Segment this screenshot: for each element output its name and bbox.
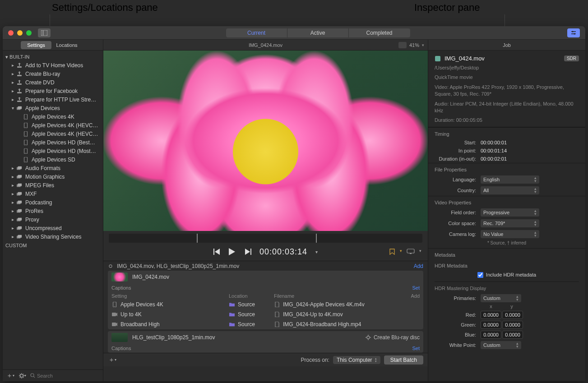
captions-set-button[interactable]: Set bbox=[412, 285, 420, 291]
output-row[interactable]: Apple Devices 4KSourceIMG_0424-Apple Dev… bbox=[108, 300, 423, 309]
comparison-view-button[interactable] bbox=[398, 42, 407, 48]
red-x-input[interactable]: 0.0000 bbox=[481, 311, 501, 319]
close-window-icon[interactable] bbox=[8, 30, 14, 36]
sidebar-item[interactable]: ▸Uncompressed bbox=[3, 224, 103, 232]
svg-rect-73 bbox=[435, 56, 440, 61]
device-preset-icon bbox=[23, 157, 29, 163]
sidebar-item[interactable]: Apple Devices HD (Best… bbox=[3, 138, 103, 147]
include-hdr-label: Include HDR metadata bbox=[486, 272, 536, 277]
green-x-input[interactable]: 0.0000 bbox=[481, 321, 501, 329]
timecode-display[interactable]: 00:00:03:14 bbox=[259, 247, 307, 257]
marker-button[interactable] bbox=[389, 249, 395, 255]
include-hdr-checkbox[interactable] bbox=[477, 272, 483, 278]
tab-completed[interactable]: Completed bbox=[349, 28, 410, 37]
tab-current[interactable]: Current bbox=[226, 28, 287, 37]
start-batch-button[interactable]: Start Batch bbox=[384, 355, 423, 365]
output-row[interactable]: Up to 4KSourceIMG_0424-Up to 4K.mov bbox=[108, 309, 423, 319]
svg-rect-30 bbox=[18, 183, 22, 186]
sidebar-icon bbox=[41, 30, 47, 36]
svg-rect-9 bbox=[17, 92, 22, 93]
duration-value[interactable]: 00:00:02:01 bbox=[481, 156, 507, 162]
in-point-marker[interactable] bbox=[197, 234, 198, 243]
prev-frame-button[interactable] bbox=[213, 249, 221, 255]
chevron-down-icon[interactable]: ▾ bbox=[419, 249, 421, 255]
red-y-input[interactable]: 0.0000 bbox=[502, 311, 523, 319]
out-point-marker[interactable] bbox=[316, 234, 317, 243]
search-input[interactable] bbox=[37, 373, 99, 378]
custom-header[interactable]: CUSTOM bbox=[3, 241, 103, 249]
toggle-sidebar-button[interactable] bbox=[38, 28, 51, 37]
sidebar-item[interactable]: ▸Prepare for HTTP Live Stre… bbox=[3, 95, 103, 104]
builtin-header[interactable]: ▾ BUILT-IN bbox=[3, 52, 103, 61]
sidebar-item[interactable]: ▾Apple Devices bbox=[3, 104, 103, 112]
sidebar-item[interactable]: ▸Create Blu-ray bbox=[3, 69, 103, 78]
sidebar-item[interactable]: ▸Add to TV Home Videos bbox=[3, 61, 103, 69]
chevron-down-icon[interactable]: ▾ bbox=[422, 43, 424, 47]
add-preset-button[interactable]: ＋▾ bbox=[6, 372, 15, 379]
inspector-tab-job[interactable]: Job bbox=[503, 42, 511, 48]
add-source-button[interactable]: Add bbox=[414, 263, 423, 269]
sidebar-item[interactable]: ▸Prepare for Facebook bbox=[3, 87, 103, 95]
color-space-select[interactable]: Rec. 709*▴▾ bbox=[481, 219, 539, 227]
sidebar-item[interactable]: ▸ProRes bbox=[3, 207, 103, 215]
sidebar-item[interactable]: ▸Motion Graphics bbox=[3, 172, 103, 181]
play-button[interactable] bbox=[229, 248, 236, 255]
sidebar-item[interactable]: ▸MXF bbox=[3, 189, 103, 198]
sidebar-item[interactable]: ▸Podcasting bbox=[3, 198, 103, 207]
sidebar-item[interactable]: ▸Create DVD bbox=[3, 78, 103, 87]
add-job-button[interactable]: ＋▾ bbox=[108, 356, 117, 364]
sidebar-item[interactable]: Apple Devices HD (Most… bbox=[3, 147, 103, 155]
blue-x-input[interactable]: 0.0000 bbox=[481, 331, 501, 339]
timecode-menu-icon[interactable]: ▾ bbox=[315, 249, 318, 254]
svg-rect-28 bbox=[18, 175, 22, 177]
field-order-select[interactable]: Progressive▴▾ bbox=[481, 208, 539, 217]
primaries-select[interactable]: Custom▴▾ bbox=[481, 294, 521, 302]
whitepoint-select[interactable]: Custom▴▾ bbox=[481, 341, 521, 349]
country-select[interactable]: All▴▾ bbox=[481, 186, 539, 194]
field-order-label: Field order: bbox=[435, 210, 476, 215]
timeline-scrubber[interactable] bbox=[109, 234, 422, 243]
tab-active[interactable]: Active bbox=[287, 28, 349, 37]
sidebar-footer: ＋▾ ▾ bbox=[3, 369, 103, 381]
green-y-input[interactable]: 0.0000 bbox=[502, 321, 523, 329]
section-file-properties: File Properties bbox=[428, 163, 585, 174]
minimize-window-icon[interactable] bbox=[17, 30, 23, 36]
job-2[interactable]: HLG_testClip_1080p25_1min.mov Create Blu… bbox=[108, 331, 423, 353]
camera-log-select[interactable]: No Value▴▾ bbox=[481, 230, 539, 238]
output-row[interactable]: Broadband HighSourceIMG_0424-Broadband H… bbox=[108, 319, 423, 329]
job-1[interactable]: IMG_0424.mov Captions Set Setting Locati… bbox=[108, 271, 423, 329]
sidebar-item[interactable]: ▸Video Sharing Services bbox=[3, 232, 103, 241]
sidebar-item[interactable]: ▸Audio Formats bbox=[3, 164, 103, 172]
zoom-window-icon[interactable] bbox=[26, 30, 32, 36]
inspector-summary: IMG_0424.mov SDR /Users/jeffy/Desktop Qu… bbox=[428, 51, 585, 127]
sidebar-item[interactable]: Apple Devices SD bbox=[3, 155, 103, 164]
blue-y-input[interactable]: 0.0000 bbox=[502, 331, 523, 339]
sidebar-item[interactable]: ▸Proxy bbox=[3, 215, 103, 224]
svg-rect-38 bbox=[18, 217, 22, 220]
sidebar-item[interactable]: Apple Devices 4K (HEVC… bbox=[3, 121, 103, 129]
toggle-inspector-button[interactable] bbox=[567, 28, 580, 37]
action-menu-button[interactable]: ▾ bbox=[19, 372, 27, 379]
share-icon bbox=[16, 71, 23, 77]
process-on-select[interactable]: This Computer▴▾ bbox=[333, 356, 380, 364]
language-select[interactable]: English▴▾ bbox=[481, 175, 539, 184]
captions-set-button[interactable]: Set bbox=[412, 346, 420, 351]
inpoint-value[interactable]: 00:00:01:14 bbox=[481, 148, 507, 153]
job-action[interactable]: Create Blu-ray disc bbox=[366, 334, 420, 341]
section-hdr-metadata: HDR Metadata bbox=[428, 259, 585, 270]
display-options-button[interactable] bbox=[407, 249, 415, 254]
svg-rect-66 bbox=[112, 323, 116, 326]
sidebar-item[interactable]: Apple Devices 4K (HEVC… bbox=[3, 129, 103, 138]
sidebar-item[interactable]: Apple Devices 4K bbox=[3, 112, 103, 121]
sidebar-item-label: Uncompressed bbox=[25, 225, 62, 231]
tab-settings[interactable]: Settings bbox=[21, 41, 51, 49]
tab-locations[interactable]: Locations bbox=[51, 41, 82, 49]
search-field[interactable] bbox=[30, 373, 99, 378]
zoom-level[interactable]: 41% bbox=[409, 42, 419, 48]
chevron-down-icon[interactable]: ▾ bbox=[400, 249, 402, 255]
next-frame-button[interactable] bbox=[244, 249, 251, 255]
preview-area[interactable] bbox=[103, 51, 428, 231]
start-value[interactable]: 00:00:00:01 bbox=[481, 140, 507, 145]
add-output-button[interactable]: Add bbox=[411, 293, 420, 299]
sidebar-item[interactable]: ▸MPEG Files bbox=[3, 181, 103, 189]
